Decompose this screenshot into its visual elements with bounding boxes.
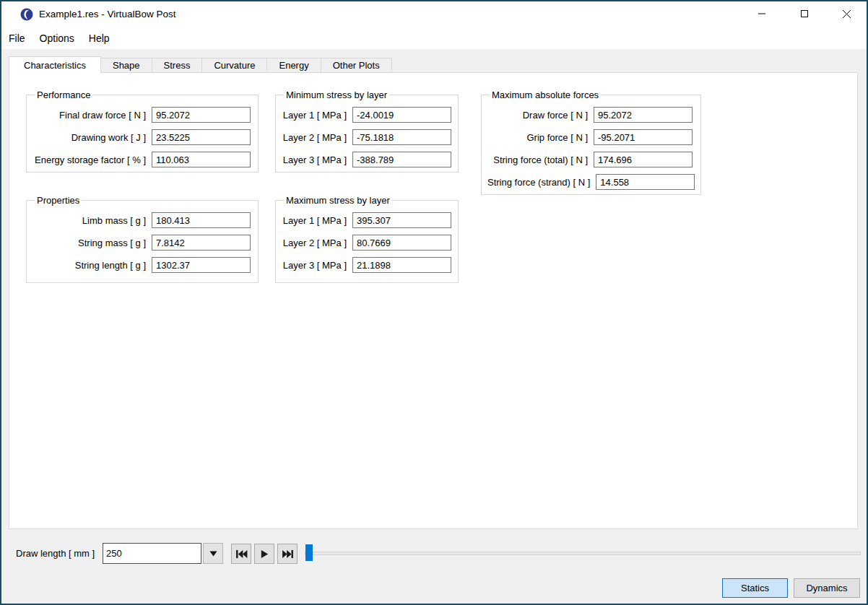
group-max-forces: Maximum absolute forces Draw force [ N ]… xyxy=(481,90,701,195)
title-bar[interactable]: Example1.res - VirtualBow Post xyxy=(1,1,867,27)
draw-force-field[interactable] xyxy=(594,107,693,123)
string-force-strand-label: String force (strand) [ N ] xyxy=(487,177,596,188)
statics-button[interactable]: Statics xyxy=(722,578,788,598)
draw-length-label: Draw length [ mm ] xyxy=(16,543,95,564)
string-mass-label: String mass [ g ] xyxy=(32,238,152,248)
max-stress-layer3-field[interactable] xyxy=(352,257,451,273)
group-min-stress-title: Minimum stress by layer xyxy=(284,90,389,100)
characteristics-pane: Performance Final draw force [ N ] Drawi… xyxy=(9,72,858,529)
tab-energy[interactable]: Energy xyxy=(266,58,321,73)
skip-to-start-button[interactable] xyxy=(231,544,251,564)
group-max-forces-title: Maximum absolute forces xyxy=(490,90,601,100)
field-row: Layer 1 [ MPa ] xyxy=(282,107,452,123)
grip-force-field[interactable] xyxy=(594,129,693,145)
play-button[interactable] xyxy=(254,544,274,564)
limb-mass-field[interactable] xyxy=(152,212,251,228)
group-performance: Performance Final draw force [ N ] Drawi… xyxy=(26,90,259,173)
draw-length-slider[interactable] xyxy=(303,543,862,563)
group-min-stress: Minimum stress by layer Layer 1 [ MPa ] … xyxy=(275,90,459,173)
string-force-total-label: String force (total) [ N ] xyxy=(487,154,594,165)
drawing-work-field[interactable] xyxy=(152,129,251,145)
field-row: Energy storage factor [ % ] xyxy=(32,152,252,167)
field-row: Layer 3 [ MPa ] xyxy=(282,152,452,167)
maximize-icon xyxy=(800,9,809,18)
group-properties-title: Properties xyxy=(35,195,82,206)
max-stress-layer2-label: Layer 2 [ MPa ] xyxy=(282,238,352,248)
skip-to-end-icon xyxy=(282,549,294,559)
tab-other-plots[interactable]: Other Plots xyxy=(321,58,392,73)
tab-stress[interactable]: Stress xyxy=(152,58,203,73)
minimize-icon xyxy=(758,9,766,18)
limb-mass-label: Limb mass [ g ] xyxy=(32,215,152,226)
dynamics-button[interactable]: Dynamics xyxy=(794,578,860,598)
slider-track[interactable] xyxy=(305,552,861,555)
grip-force-label: Grip force [ N ] xyxy=(487,132,594,143)
slider-handle[interactable] xyxy=(305,544,313,561)
draw-force-label: Draw force [ N ] xyxy=(487,110,594,121)
max-stress-layer1-label: Layer 1 [ MPa ] xyxy=(282,215,352,226)
min-stress-layer2-label: Layer 2 [ MPa ] xyxy=(282,132,352,143)
draw-length-dropdown-button[interactable] xyxy=(203,543,223,564)
close-button[interactable] xyxy=(830,1,863,26)
group-properties: Properties Limb mass [ g ] String mass [… xyxy=(26,195,259,283)
field-row: String force (total) [ N ] xyxy=(487,152,695,167)
close-icon xyxy=(842,9,851,19)
tab-shape[interactable]: Shape xyxy=(100,58,152,73)
field-row: Layer 2 [ MPa ] xyxy=(282,129,452,145)
minimize-button[interactable] xyxy=(745,1,778,26)
menu-file[interactable]: File xyxy=(1,27,32,49)
app-window: Example1.res - VirtualBow Post File Opti… xyxy=(0,0,868,605)
final-draw-force-field[interactable] xyxy=(152,107,251,123)
skip-to-end-button[interactable] xyxy=(277,544,298,564)
field-row: String force (strand) [ N ] xyxy=(487,174,695,190)
max-stress-layer3-label: Layer 3 [ MPa ] xyxy=(282,260,352,271)
string-force-total-field[interactable] xyxy=(594,152,693,167)
field-row: String length [ g ] xyxy=(32,257,252,273)
skip-to-start-icon xyxy=(235,549,248,559)
field-row: Limb mass [ g ] xyxy=(32,212,252,228)
min-stress-layer3-field[interactable] xyxy=(352,152,451,167)
final-draw-force-label: Final draw force [ N ] xyxy=(32,110,152,121)
string-mass-field[interactable] xyxy=(152,235,251,251)
energy-storage-factor-field[interactable] xyxy=(152,152,251,167)
energy-storage-factor-label: Energy storage factor [ % ] xyxy=(32,154,152,165)
field-row: Draw force [ N ] xyxy=(487,107,695,123)
max-stress-layer1-field[interactable] xyxy=(352,212,451,228)
menu-bar: File Options Help xyxy=(1,27,867,49)
tab-curvature[interactable]: Curvature xyxy=(201,58,267,73)
tab-bar: Characteristics Shape Stress Curvature E… xyxy=(9,56,392,73)
min-stress-layer1-label: Layer 1 [ MPa ] xyxy=(282,110,352,121)
field-row: Layer 2 [ MPa ] xyxy=(282,235,452,251)
string-force-strand-field[interactable] xyxy=(596,174,695,190)
maximize-button[interactable] xyxy=(788,1,821,26)
field-row: Final draw force [ N ] xyxy=(32,107,252,123)
chevron-down-icon xyxy=(209,551,217,557)
group-max-stress-title: Maximum stress by layer xyxy=(284,195,392,206)
field-row: Grip force [ N ] xyxy=(487,129,695,145)
group-max-stress: Maximum stress by layer Layer 1 [ MPa ] … xyxy=(275,195,459,283)
window-title: Example1.res - VirtualBow Post xyxy=(39,1,176,27)
field-row: String mass [ g ] xyxy=(32,235,252,251)
field-row: Layer 1 [ MPa ] xyxy=(282,212,452,228)
play-icon xyxy=(259,549,269,559)
min-stress-layer1-field[interactable] xyxy=(352,107,451,123)
tab-characteristics[interactable]: Characteristics xyxy=(9,56,101,73)
group-performance-title: Performance xyxy=(35,90,92,100)
menu-options[interactable]: Options xyxy=(32,27,82,49)
max-stress-layer2-field[interactable] xyxy=(352,235,451,251)
field-row: Layer 3 [ MPa ] xyxy=(282,257,452,273)
string-length-label: String length [ g ] xyxy=(32,260,152,271)
menu-help[interactable]: Help xyxy=(82,27,117,49)
drawing-work-label: Drawing work [ J ] xyxy=(32,132,152,143)
min-stress-layer2-field[interactable] xyxy=(352,129,451,145)
virtualbow-logo-icon xyxy=(20,8,33,21)
field-row: Drawing work [ J ] xyxy=(32,129,252,145)
min-stress-layer3-label: Layer 3 [ MPa ] xyxy=(282,154,352,165)
string-length-field[interactable] xyxy=(152,257,251,273)
draw-length-input[interactable] xyxy=(103,543,201,564)
